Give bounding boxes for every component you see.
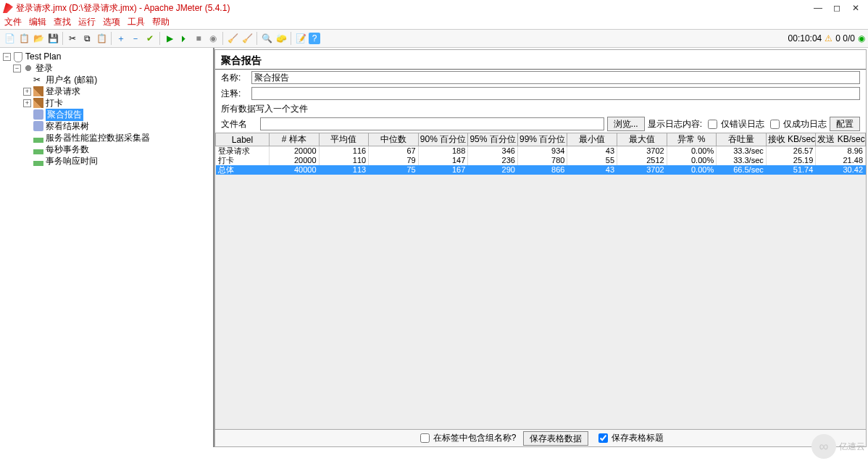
shutdown-icon[interactable]: ◉ xyxy=(206,32,220,45)
table-header[interactable]: 最小值 xyxy=(567,133,617,146)
tree-node-aggregate[interactable]: 聚合报告 xyxy=(46,109,83,121)
table-row[interactable]: 总体40000113751672908664337020.00%66.5/sec… xyxy=(216,165,866,175)
tree-node-loginreq[interactable]: 登录请求 xyxy=(46,86,80,98)
menu-edit[interactable]: 编辑 xyxy=(29,16,46,29)
only-error-checkbox[interactable]: 仅错误日志 xyxy=(705,117,764,131)
include-group-checkbox[interactable]: 在标签中包含组名称? xyxy=(417,431,517,445)
table-cell: 打卡 xyxy=(216,156,270,165)
test-plan-tree[interactable]: −Test Plan −登录 ✂用户名 (邮箱) +登录请求 +打卡 聚合报告 … xyxy=(0,48,214,447)
paste-icon[interactable]: 📋 xyxy=(95,32,108,45)
tree-node-punch[interactable]: 打卡 xyxy=(46,97,63,109)
search-icon[interactable]: 🔍 xyxy=(260,32,273,45)
warning-icon[interactable]: ⚠ xyxy=(825,33,832,43)
table-cell: 147 xyxy=(418,156,468,165)
filename-input[interactable] xyxy=(260,117,604,130)
table-cell: 33.3/sec xyxy=(717,156,767,165)
listener-icon xyxy=(33,121,43,131)
listener-icon xyxy=(33,109,43,120)
tree-expand-icon[interactable]: + xyxy=(23,88,31,96)
save-table-data-button[interactable]: 保存表格数据 xyxy=(523,431,588,446)
close-button[interactable]: ✕ xyxy=(846,1,865,14)
tree-collapse-icon[interactable]: − xyxy=(13,65,21,72)
menu-run[interactable]: 运行 xyxy=(78,16,96,29)
table-cell: 55 xyxy=(567,156,617,165)
table-cell: 75 xyxy=(369,165,419,175)
tree-node-login[interactable]: 登录 xyxy=(36,62,53,75)
configure-button[interactable]: 配置 xyxy=(830,117,860,131)
tree-expand-icon[interactable]: + xyxy=(23,99,31,107)
new-icon[interactable]: 📄 xyxy=(3,32,16,45)
menu-help[interactable]: 帮助 xyxy=(152,16,170,29)
expand-icon[interactable]: ＋ xyxy=(114,32,128,45)
csv-icon: ✂ xyxy=(33,75,43,85)
copy-icon[interactable]: ⧉ xyxy=(80,32,93,45)
reset-search-icon[interactable]: 🧽 xyxy=(275,32,288,45)
table-header[interactable]: 接收 KB/sec xyxy=(766,133,816,146)
table-cell: 113 xyxy=(319,165,369,175)
tree-root[interactable]: Test Plan xyxy=(25,51,61,62)
clear-all-icon[interactable]: 🧹 xyxy=(241,32,254,45)
aggregate-report-panel: 聚合报告 名称: 注释: 所有数据写入一个文件 文件名 浏览... 显示日志内容… xyxy=(214,49,867,447)
tree-node-response-time[interactable]: 事务响应时间 xyxy=(46,155,98,167)
stop-icon[interactable]: ■ xyxy=(192,32,205,45)
testplan-icon xyxy=(13,51,23,62)
save-icon[interactable]: 💾 xyxy=(46,32,59,45)
table-cell: 21.48 xyxy=(816,156,866,165)
table-cell: 3702 xyxy=(617,165,667,175)
only-success-checkbox[interactable]: 仅成功日志 xyxy=(767,117,827,131)
comment-input[interactable] xyxy=(251,87,860,100)
cut-icon[interactable]: ✂ xyxy=(66,32,79,45)
table-cell: 236 xyxy=(468,156,518,165)
table-header[interactable]: 中位数 xyxy=(369,133,419,146)
menu-options[interactable]: 选项 xyxy=(103,16,120,29)
tree-node-perfmon[interactable]: 服务器性能监控数据采集器 xyxy=(46,132,150,144)
help-icon[interactable]: ? xyxy=(309,33,320,44)
table-cell: 40000 xyxy=(270,165,320,175)
table-header[interactable]: 平均值 xyxy=(319,133,369,146)
table-row[interactable]: 打卡20000110791472367805525120.00%33.3/sec… xyxy=(216,156,866,165)
tree-node-username[interactable]: 用户名 (邮箱) xyxy=(46,74,97,86)
table-header[interactable]: 99% 百分位 xyxy=(517,133,567,146)
table-cell: 登录请求 xyxy=(216,146,270,157)
menu-bar: 文件 编辑 查找 运行 选项 工具 帮助 xyxy=(0,16,868,29)
table-header[interactable]: 90% 百分位 xyxy=(418,133,468,146)
tree-node-tps[interactable]: 每秒事务数 xyxy=(46,143,89,156)
toggle-icon[interactable]: ✔ xyxy=(143,32,157,45)
clear-icon[interactable]: 🧹 xyxy=(226,32,239,45)
start-icon[interactable]: ▶ xyxy=(163,32,176,45)
table-header[interactable]: 吞吐量 xyxy=(717,133,767,146)
threadgroup-icon xyxy=(23,63,33,73)
table-header[interactable]: 发送 KB/sec xyxy=(816,133,866,146)
table-header[interactable]: 最大值 xyxy=(617,133,667,146)
table-cell: 26.57 xyxy=(766,146,816,157)
table-cell: 20000 xyxy=(270,146,320,157)
table-cell: 25.19 xyxy=(766,156,816,165)
table-header[interactable]: # 样本 xyxy=(270,133,320,146)
start-no-timers-icon[interactable]: ⏵ xyxy=(178,32,191,45)
open-icon[interactable]: 📂 xyxy=(32,32,45,45)
templates-icon[interactable]: 📋 xyxy=(17,32,30,45)
table-row[interactable]: 登录请求20000116671883469344337020.00%33.3/s… xyxy=(216,146,866,157)
table-cell: 20000 xyxy=(270,156,320,165)
browse-button[interactable]: 浏览... xyxy=(607,117,645,131)
table-cell: 67 xyxy=(369,146,419,157)
table-header[interactable]: 95% 百分位 xyxy=(468,133,518,146)
minimize-button[interactable]: — xyxy=(809,1,827,14)
table-cell: 0.00% xyxy=(667,165,717,175)
table-cell: 66.5/sec xyxy=(717,165,767,175)
tree-collapse-icon[interactable]: − xyxy=(3,53,11,61)
tree-node-results-tree[interactable]: 察看结果树 xyxy=(46,120,89,133)
menu-file[interactable]: 文件 xyxy=(4,16,22,29)
name-input[interactable] xyxy=(251,71,860,84)
listener-icon xyxy=(33,144,43,154)
maximize-button[interactable]: ◻ xyxy=(827,1,846,14)
table-cell: 110 xyxy=(319,156,369,165)
table-header[interactable]: 异常 % xyxy=(667,133,717,146)
function-helper-icon[interactable]: 📝 xyxy=(294,32,307,45)
collapse-icon[interactable]: － xyxy=(129,32,142,45)
menu-tools[interactable]: 工具 xyxy=(128,16,145,29)
save-header-checkbox[interactable]: 保存表格标题 xyxy=(596,431,664,445)
menu-search[interactable]: 查找 xyxy=(54,16,71,29)
table-header[interactable]: Label xyxy=(216,133,270,146)
aggregate-table[interactable]: Label# 样本平均值中位数90% 百分位95% 百分位99% 百分位最小值最… xyxy=(215,133,866,175)
